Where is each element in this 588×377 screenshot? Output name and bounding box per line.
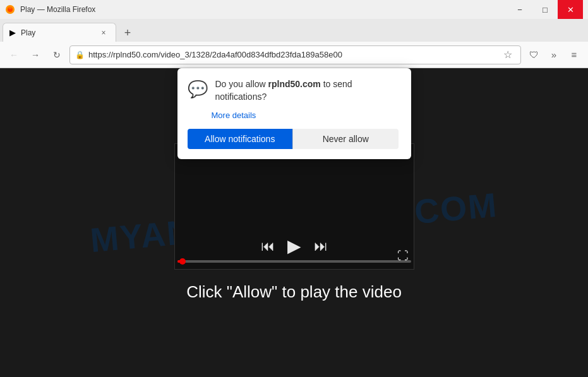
playback-buttons: ⏮ ▶ ⏭ [261, 236, 328, 256]
forward-button[interactable]: → [27, 46, 44, 64]
back-button[interactable]: ← [5, 46, 23, 64]
new-tab-button[interactable]: + [119, 24, 136, 42]
video-player[interactable]: ⏮ ▶ ⏭ ⛶ [174, 143, 414, 270]
titlebar-left: Play — Mozilla Firefox [5, 4, 95, 15]
svg-point-2 [8, 6, 12, 9]
close-button[interactable]: ✕ [558, 0, 583, 19]
popup-header: 💬 Do you allow rplnd50.com to send notif… [188, 78, 399, 103]
question-domain: rplnd50.com [268, 79, 321, 89]
titlebar-controls: − □ ✕ [507, 0, 583, 19]
question-prefix: Do you allow [215, 79, 268, 89]
fullscreen-button[interactable]: ⛶ [397, 249, 409, 263]
address-bar[interactable]: 🔒 ☆ [69, 45, 521, 64]
notification-icon: 💬 [188, 80, 208, 99]
play-button[interactable]: ▶ [287, 236, 301, 256]
progress-bar[interactable] [177, 260, 411, 263]
minimize-button[interactable]: − [507, 0, 532, 19]
bookmark-button[interactable]: ☆ [500, 47, 515, 63]
notification-popup: 💬 Do you allow rplnd50.com to send notif… [177, 68, 411, 159]
tabbar: ▶ Play × + [0, 19, 588, 42]
maximize-button[interactable]: □ [532, 0, 558, 19]
never-allow-button[interactable]: Never allow [292, 129, 399, 149]
tab-label: Play [21, 28, 93, 37]
next-button[interactable]: ⏭ [314, 238, 328, 254]
popup-buttons: Allow notifications Never allow [188, 129, 399, 149]
extensions-button[interactable]: » [545, 46, 563, 64]
firefox-logo [5, 4, 15, 15]
video-controls: ⏮ ▶ ⏭ [175, 236, 414, 263]
allow-notifications-button[interactable]: Allow notifications [188, 129, 293, 149]
reload-button[interactable]: ↻ [48, 46, 66, 64]
toolbar-right: 🛡 » ≡ [525, 46, 583, 64]
active-tab[interactable]: ▶ Play × [3, 23, 116, 42]
more-details-link[interactable]: More details [212, 111, 256, 120]
tab-favicon: ▶ [9, 28, 16, 37]
window-title: Play — Mozilla Firefox [20, 5, 95, 14]
menu-button[interactable]: ≡ [565, 46, 583, 64]
previous-button[interactable]: ⏮ [261, 238, 275, 254]
click-to-play-text: Click "Allow" to play the video [186, 282, 402, 302]
content-area: MYANTISPYWARE.COM 💬 Do you allow rplnd50… [0, 68, 588, 377]
titlebar: Play — Mozilla Firefox − □ ✕ [0, 0, 588, 19]
security-icon: 🔒 [75, 51, 85, 59]
tab-close-button[interactable]: × [98, 27, 109, 39]
shield-button[interactable]: 🛡 [525, 46, 543, 64]
url-input[interactable] [88, 50, 496, 59]
popup-question: Do you allow rplnd50.com to send notific… [215, 78, 399, 103]
progress-dot [179, 258, 186, 265]
browser-toolbar: ← → ↻ 🔒 ☆ 🛡 » ≡ [0, 42, 588, 68]
